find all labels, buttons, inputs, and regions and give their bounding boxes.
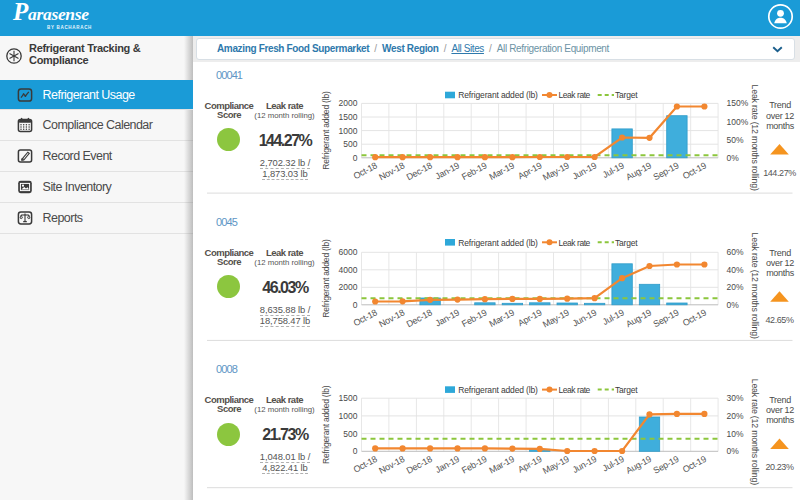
svg-text:Nov-18: Nov-18 [377,307,406,329]
svg-text:Mar-19: Mar-19 [488,160,517,182]
svg-text:50%: 50% [727,135,744,145]
svg-text:Trend: Trend [769,248,791,258]
svg-text:Leak rate: Leak rate [559,90,591,100]
svg-text:0: 0 [353,153,358,163]
svg-text:Aug-19: Aug-19 [624,454,653,476]
svg-text:10%: 10% [727,429,744,439]
svg-text:2000: 2000 [339,282,358,292]
svg-text:Aug-19: Aug-19 [624,307,653,329]
svg-text:Dec-18: Dec-18 [405,454,434,476]
svg-text:Nov-18: Nov-18 [377,454,406,476]
svg-text:Leak rate (12 months rolling): Leak rate (12 months rolling) [750,379,760,485]
svg-text:Oct-19: Oct-19 [681,454,708,475]
svg-text:Jan-19: Jan-19 [434,160,462,181]
svg-text:Feb-19: Feb-19 [460,454,489,476]
svg-text:Apr-19: Apr-19 [516,160,543,181]
svg-text:Dec-18: Dec-18 [405,160,434,182]
svg-text:Oct-19: Oct-19 [681,307,708,328]
svg-text:20.23%: 20.23% [765,462,794,472]
svg-text:Feb-19: Feb-19 [460,160,489,182]
svg-text:1500: 1500 [339,393,358,403]
svg-text:6000: 6000 [339,247,358,257]
svg-text:100%: 100% [727,117,749,127]
svg-text:Sep-19: Sep-19 [652,160,681,182]
svg-text:months: months [766,121,795,131]
svg-text:Mar-19: Mar-19 [488,454,517,476]
svg-text:1000: 1000 [339,126,358,136]
svg-text:Oct-18: Oct-18 [352,454,379,475]
svg-text:Leak rate: Leak rate [559,385,591,395]
svg-text:144.27%: 144.27% [763,168,796,178]
svg-text:Apr-19: Apr-19 [516,454,543,475]
svg-text:Jul-19: Jul-19 [601,160,626,180]
svg-text:4000: 4000 [339,265,358,275]
svg-text:Jun-19: Jun-19 [571,307,599,328]
svg-text:Target: Target [615,90,638,100]
svg-text:Mar-19: Mar-19 [488,307,517,329]
svg-text:May-19: May-19 [541,307,571,329]
svg-text:Jun-19: Jun-19 [571,160,599,181]
svg-text:20%: 20% [727,411,744,421]
svg-text:Leak rate (12 months rolling): Leak rate (12 months rolling) [750,85,760,191]
svg-text:150%: 150% [727,98,749,108]
svg-text:0%: 0% [727,300,740,310]
svg-text:42.65%: 42.65% [765,315,794,325]
svg-text:Trend: Trend [769,100,791,110]
svg-text:Leak rate (12 months rolling): Leak rate (12 months rolling) [750,233,760,339]
svg-text:1500: 1500 [339,112,358,122]
svg-text:months: months [766,268,795,278]
svg-text:0: 0 [353,446,358,456]
svg-text:0%: 0% [727,153,740,163]
svg-text:months: months [766,415,795,425]
svg-text:1000: 1000 [339,411,358,421]
svg-text:Refrigerant added (lb): Refrigerant added (lb) [458,90,538,100]
svg-text:60%: 60% [727,247,744,257]
svg-text:Jan-19: Jan-19 [434,454,462,475]
svg-text:500: 500 [343,139,357,149]
svg-text:Leak rate: Leak rate [559,238,591,248]
svg-text:20%: 20% [727,282,744,292]
svg-text:Jan-19: Jan-19 [434,307,462,328]
svg-text:Jul-19: Jul-19 [601,454,626,474]
svg-text:Oct-18: Oct-18 [352,307,379,328]
svg-text:40%: 40% [727,265,744,275]
svg-text:Oct-19: Oct-19 [681,160,708,181]
svg-text:0: 0 [353,300,358,310]
svg-text:Refrigerant added (lb): Refrigerant added (lb) [458,385,538,395]
svg-text:Feb-19: Feb-19 [460,307,489,329]
svg-text:Jun-19: Jun-19 [571,454,599,475]
svg-text:over 12: over 12 [766,258,794,268]
svg-text:Sep-19: Sep-19 [652,307,681,329]
svg-text:Aug-19: Aug-19 [624,160,653,182]
svg-text:2000: 2000 [339,98,358,108]
svg-text:Trend: Trend [769,395,791,405]
svg-text:Jul-19: Jul-19 [601,307,626,327]
svg-text:30%: 30% [727,393,744,403]
svg-text:Sep-19: Sep-19 [652,454,681,476]
svg-text:Apr-19: Apr-19 [516,307,543,328]
svg-text:500: 500 [343,429,357,439]
svg-text:Target: Target [615,385,638,395]
svg-text:May-19: May-19 [541,454,571,476]
svg-text:Refrigerant added (lb): Refrigerant added (lb) [458,238,538,248]
svg-text:May-19: May-19 [541,160,571,182]
svg-text:over 12: over 12 [766,405,794,415]
svg-text:Dec-18: Dec-18 [405,307,434,329]
svg-text:Target: Target [615,238,638,248]
svg-text:over 12: over 12 [766,111,794,121]
svg-text:Oct-18: Oct-18 [352,160,379,181]
svg-text:Nov-18: Nov-18 [377,160,406,182]
svg-text:0%: 0% [727,446,740,456]
